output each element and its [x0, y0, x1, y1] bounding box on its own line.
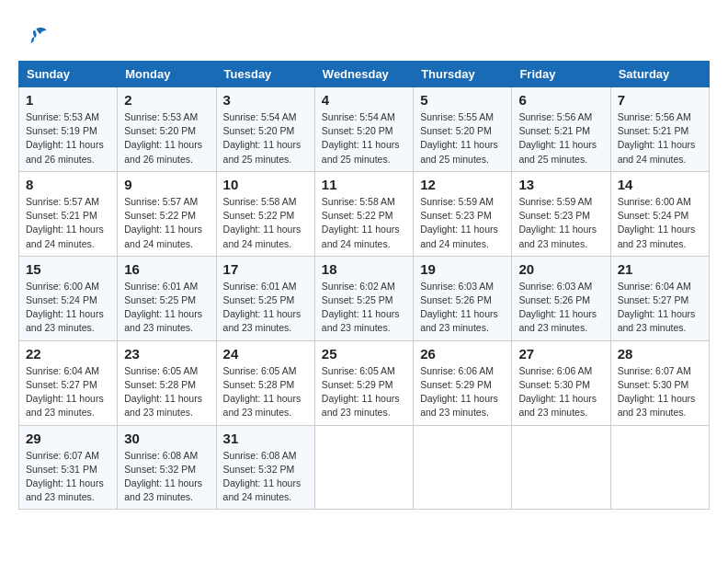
calendar-week-1: 1Sunrise: 5:53 AM Sunset: 5:19 PM Daylig… — [19, 87, 710, 172]
logo-bird-icon — [22, 24, 48, 50]
calendar-cell: 13Sunrise: 5:59 AM Sunset: 5:23 PM Dayli… — [512, 171, 610, 256]
day-number: 14 — [618, 177, 702, 192]
calendar-cell: 28Sunrise: 6:07 AM Sunset: 5:30 PM Dayli… — [610, 340, 709, 425]
calendar-cell: 30Sunrise: 6:08 AM Sunset: 5:32 PM Dayli… — [118, 425, 216, 510]
day-number: 15 — [26, 261, 110, 277]
calendar-cell — [314, 425, 413, 510]
header-saturday: Saturday — [610, 62, 709, 87]
day-info: Sunrise: 6:04 AM Sunset: 5:27 PM Dayligh… — [618, 280, 702, 336]
day-info: Sunrise: 5:53 AM Sunset: 5:20 PM Dayligh… — [124, 110, 209, 167]
day-number: 23 — [124, 346, 209, 362]
day-info: Sunrise: 6:01 AM Sunset: 5:25 PM Dayligh… — [223, 280, 308, 336]
calendar-cell: 24Sunrise: 6:05 AM Sunset: 5:28 PM Dayli… — [216, 340, 314, 425]
day-number: 2 — [124, 92, 209, 108]
day-number: 21 — [618, 261, 702, 277]
day-info: Sunrise: 5:55 AM Sunset: 5:20 PM Dayligh… — [420, 110, 505, 167]
calendar-cell: 10Sunrise: 5:58 AM Sunset: 5:22 PM Dayli… — [216, 171, 314, 256]
logo — [18, 24, 51, 53]
day-number: 27 — [518, 346, 603, 362]
day-number: 4 — [322, 92, 406, 108]
day-number: 10 — [223, 177, 308, 192]
calendar-cell — [610, 425, 709, 510]
day-number: 7 — [618, 92, 702, 108]
calendar-cell: 12Sunrise: 5:59 AM Sunset: 5:23 PM Dayli… — [414, 171, 512, 256]
day-number: 6 — [518, 92, 603, 108]
calendar-week-2: 8Sunrise: 5:57 AM Sunset: 5:21 PM Daylig… — [19, 171, 710, 256]
day-number: 5 — [420, 92, 505, 108]
calendar-cell: 21Sunrise: 6:04 AM Sunset: 5:27 PM Dayli… — [610, 256, 709, 340]
calendar-cell: 6Sunrise: 5:56 AM Sunset: 5:21 PM Daylig… — [512, 87, 610, 172]
day-info: Sunrise: 6:00 AM Sunset: 5:24 PM Dayligh… — [26, 280, 110, 336]
day-number: 20 — [518, 261, 603, 277]
day-info: Sunrise: 6:05 AM Sunset: 5:28 PM Dayligh… — [223, 364, 308, 420]
calendar-cell: 8Sunrise: 5:57 AM Sunset: 5:21 PM Daylig… — [19, 171, 118, 256]
day-info: Sunrise: 5:56 AM Sunset: 5:21 PM Dayligh… — [618, 110, 702, 167]
day-info: Sunrise: 5:54 AM Sunset: 5:20 PM Dayligh… — [322, 110, 406, 167]
calendar-cell: 25Sunrise: 6:05 AM Sunset: 5:29 PM Dayli… — [314, 340, 413, 425]
day-info: Sunrise: 5:56 AM Sunset: 5:21 PM Dayligh… — [518, 110, 603, 167]
calendar-cell: 27Sunrise: 6:06 AM Sunset: 5:30 PM Dayli… — [512, 340, 610, 425]
calendar-cell: 26Sunrise: 6:06 AM Sunset: 5:29 PM Dayli… — [414, 340, 512, 425]
header-sunday: Sunday — [19, 62, 118, 87]
page-header — [18, 18, 710, 53]
day-number: 11 — [322, 177, 406, 192]
day-info: Sunrise: 6:07 AM Sunset: 5:30 PM Dayligh… — [618, 364, 702, 420]
day-number: 3 — [223, 92, 308, 108]
day-info: Sunrise: 6:06 AM Sunset: 5:29 PM Dayligh… — [420, 364, 505, 420]
calendar-cell: 2Sunrise: 5:53 AM Sunset: 5:20 PM Daylig… — [118, 87, 216, 172]
day-number: 13 — [518, 177, 603, 192]
calendar-cell: 5Sunrise: 5:55 AM Sunset: 5:20 PM Daylig… — [414, 87, 512, 172]
day-number: 8 — [26, 177, 110, 192]
day-info: Sunrise: 5:58 AM Sunset: 5:22 PM Dayligh… — [322, 195, 406, 251]
header-wednesday: Wednesday — [314, 62, 413, 87]
day-info: Sunrise: 6:03 AM Sunset: 5:26 PM Dayligh… — [420, 280, 505, 336]
calendar-cell: 11Sunrise: 5:58 AM Sunset: 5:22 PM Dayli… — [314, 171, 413, 256]
calendar-cell: 1Sunrise: 5:53 AM Sunset: 5:19 PM Daylig… — [19, 87, 118, 172]
header-friday: Friday — [512, 62, 610, 87]
calendar-cell: 29Sunrise: 6:07 AM Sunset: 5:31 PM Dayli… — [19, 425, 118, 510]
calendar-cell: 23Sunrise: 6:05 AM Sunset: 5:28 PM Dayli… — [118, 340, 216, 425]
calendar-cell: 17Sunrise: 6:01 AM Sunset: 5:25 PM Dayli… — [216, 256, 314, 340]
day-number: 12 — [420, 177, 505, 192]
calendar-cell: 19Sunrise: 6:03 AM Sunset: 5:26 PM Dayli… — [414, 256, 512, 340]
header-monday: Monday — [118, 62, 216, 87]
day-number: 31 — [223, 431, 308, 446]
day-info: Sunrise: 5:59 AM Sunset: 5:23 PM Dayligh… — [518, 195, 603, 251]
day-info: Sunrise: 6:05 AM Sunset: 5:29 PM Dayligh… — [322, 364, 406, 420]
day-info: Sunrise: 6:08 AM Sunset: 5:32 PM Dayligh… — [124, 449, 209, 505]
day-info: Sunrise: 5:57 AM Sunset: 5:22 PM Dayligh… — [124, 195, 209, 251]
calendar-cell: 22Sunrise: 6:04 AM Sunset: 5:27 PM Dayli… — [19, 340, 118, 425]
calendar-cell: 3Sunrise: 5:54 AM Sunset: 5:20 PM Daylig… — [216, 87, 314, 172]
day-info: Sunrise: 6:05 AM Sunset: 5:28 PM Dayligh… — [124, 364, 209, 420]
calendar-cell: 9Sunrise: 5:57 AM Sunset: 5:22 PM Daylig… — [118, 171, 216, 256]
day-info: Sunrise: 6:01 AM Sunset: 5:25 PM Dayligh… — [124, 280, 209, 336]
day-number: 29 — [26, 431, 110, 446]
calendar-table: SundayMondayTuesdayWednesdayThursdayFrid… — [18, 61, 710, 510]
day-info: Sunrise: 6:08 AM Sunset: 5:32 PM Dayligh… — [223, 449, 308, 505]
calendar-cell: 18Sunrise: 6:02 AM Sunset: 5:25 PM Dayli… — [314, 256, 413, 340]
calendar-cell: 15Sunrise: 6:00 AM Sunset: 5:24 PM Dayli… — [19, 256, 118, 340]
day-info: Sunrise: 5:57 AM Sunset: 5:21 PM Dayligh… — [26, 195, 110, 251]
day-number: 28 — [618, 346, 702, 362]
calendar-cell: 14Sunrise: 6:00 AM Sunset: 5:24 PM Dayli… — [610, 171, 709, 256]
day-info: Sunrise: 5:54 AM Sunset: 5:20 PM Dayligh… — [223, 110, 308, 167]
day-number: 9 — [124, 177, 209, 192]
day-info: Sunrise: 6:02 AM Sunset: 5:25 PM Dayligh… — [322, 280, 406, 336]
day-info: Sunrise: 6:07 AM Sunset: 5:31 PM Dayligh… — [26, 449, 110, 505]
day-info: Sunrise: 6:03 AM Sunset: 5:26 PM Dayligh… — [518, 280, 603, 336]
calendar-week-5: 29Sunrise: 6:07 AM Sunset: 5:31 PM Dayli… — [19, 425, 710, 510]
day-number: 22 — [26, 346, 110, 362]
header-thursday: Thursday — [414, 62, 512, 87]
calendar-week-4: 22Sunrise: 6:04 AM Sunset: 5:27 PM Dayli… — [19, 340, 710, 425]
header-tuesday: Tuesday — [216, 62, 314, 87]
day-info: Sunrise: 5:58 AM Sunset: 5:22 PM Dayligh… — [223, 195, 308, 251]
day-info: Sunrise: 6:00 AM Sunset: 5:24 PM Dayligh… — [618, 195, 702, 251]
day-info: Sunrise: 5:59 AM Sunset: 5:23 PM Dayligh… — [420, 195, 505, 251]
day-number: 16 — [124, 261, 209, 277]
day-number: 19 — [420, 261, 505, 277]
calendar-week-3: 15Sunrise: 6:00 AM Sunset: 5:24 PM Dayli… — [19, 256, 710, 340]
calendar-cell: 20Sunrise: 6:03 AM Sunset: 5:26 PM Dayli… — [512, 256, 610, 340]
day-number: 24 — [223, 346, 308, 362]
day-info: Sunrise: 5:53 AM Sunset: 5:19 PM Dayligh… — [26, 110, 110, 167]
day-number: 18 — [322, 261, 406, 277]
